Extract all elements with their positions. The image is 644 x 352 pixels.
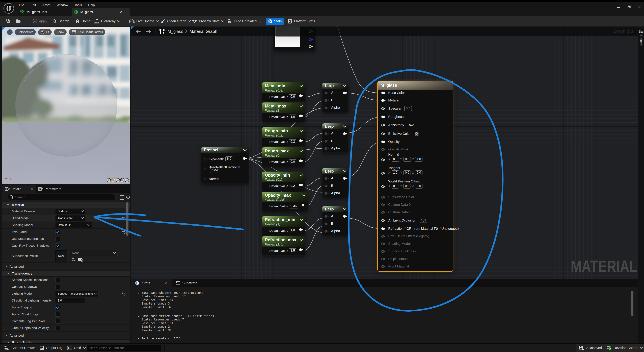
- material-domain-select[interactable]: Surface: [55, 208, 86, 214]
- input-pin[interactable]: [381, 219, 386, 222]
- show-button[interactable]: Show: [54, 29, 66, 35]
- toolbar-kebab[interactable]: ⋮: [258, 16, 262, 26]
- pin-value-box[interactable]: 1,0: [420, 218, 427, 223]
- input-pin-alpha[interactable]: [324, 106, 329, 109]
- param-node-refraction_min[interactable]: Refraction_minParam (1)Default Value1,0: [262, 216, 305, 236]
- output-pin[interactable]: [299, 228, 304, 231]
- browse-button[interactable]: [16, 16, 22, 26]
- vector-value-box[interactable]: 1,0: [415, 157, 422, 162]
- live-update-button[interactable]: Live Update: [129, 16, 159, 26]
- default-value-box[interactable]: 1,0: [289, 228, 296, 233]
- menu-file[interactable]: File: [16, 2, 27, 8]
- output-log-button[interactable]: Output Log: [40, 344, 62, 352]
- details-category-group-sorting[interactable]: Group Sorting: [2, 340, 130, 343]
- apply-button[interactable]: Apply: [32, 16, 47, 26]
- pin-value-box[interactable]: 0,0: [408, 122, 415, 127]
- input-pin[interactable]: [381, 172, 386, 175]
- input-pin-normal[interactable]: [204, 178, 208, 180]
- default-value-box[interactable]: 0,35: [289, 204, 298, 208]
- input-pin-alpha[interactable]: [324, 230, 329, 233]
- preview-scene-button[interactable]: Epic Headquarters: [69, 29, 105, 35]
- preview-viewport[interactable]: PerspectiveLitShowEpic Headquarters z x: [2, 27, 130, 184]
- settings-gear-icon[interactable]: [126, 195, 130, 200]
- node-collapse-icon[interactable]: [343, 208, 346, 210]
- vector-value-box[interactable]: 0,0: [392, 184, 399, 188]
- apply-cloud-fogging-checkbox[interactable]: [55, 312, 60, 316]
- viewport-menu-button[interactable]: [7, 29, 12, 35]
- material-graph-panel[interactable]: MATERIAL Metal_minParam (0.8)Default Val…: [131, 26, 638, 343]
- output-pin[interactable]: [299, 248, 304, 251]
- output-pin[interactable]: [299, 159, 304, 162]
- details-advanced-row[interactable]: Advanced: [2, 332, 130, 340]
- use-material-attributes-checkbox[interactable]: [55, 236, 60, 241]
- contact-shadows-checkbox[interactable]: [55, 284, 60, 289]
- input-pin[interactable]: [381, 132, 386, 135]
- output-pin[interactable]: [302, 204, 306, 206]
- details-tab-parameters[interactable]: Parameters: [36, 185, 64, 193]
- stats-tab-substrate[interactable]: Substrate: [172, 279, 203, 287]
- param-node-opacity_max[interactable]: Opacity_maxParam (0.35)Default Value0,35: [262, 192, 308, 211]
- stats-tab-close-icon[interactable]: ✕: [164, 281, 167, 285]
- node-collapse-icon[interactable]: [300, 150, 303, 152]
- default-value-box[interactable]: 0,2: [289, 184, 296, 188]
- output-pin[interactable]: [343, 92, 348, 94]
- content-drawer-button[interactable]: Content Drawer: [4, 344, 35, 352]
- output-pin[interactable]: [343, 215, 348, 218]
- input-pin[interactable]: [381, 107, 386, 110]
- menu-asset[interactable]: Asset: [39, 2, 54, 8]
- input-pin-a[interactable]: [324, 177, 329, 180]
- screen-space-reflections-checkbox[interactable]: [55, 278, 60, 282]
- node-collapse-icon[interactable]: [302, 194, 306, 197]
- shape-button-plane[interactable]: [116, 178, 120, 182]
- output-pin-blue[interactable]: [309, 38, 313, 41]
- revision-control-button[interactable]: Revision Control: [603, 344, 644, 352]
- input-pin[interactable]: [381, 140, 386, 144]
- search-button[interactable]: Search: [52, 16, 69, 26]
- blend-mode-select[interactable]: Translucent: [55, 216, 86, 221]
- clean-graph-button[interactable]: Clean Graph: [160, 16, 191, 26]
- fresnel-node[interactable]: FresnelExponentIn5,0BaseReflectFractionI…: [201, 147, 249, 184]
- output-depth-and-velocity-checkbox[interactable]: [55, 326, 60, 330]
- vector-value-box[interactable]: 0,0: [415, 184, 422, 188]
- search-input[interactable]: Search: [7, 194, 116, 200]
- shading-model-select[interactable]: Default Lit: [55, 222, 92, 228]
- tab-close-icon[interactable]: ✕: [120, 10, 122, 14]
- input-pin-a[interactable]: [324, 92, 329, 94]
- emissive-color-swatch[interactable]: [414, 132, 418, 136]
- lerp-node-1[interactable]: LerpABAlpha: [322, 83, 348, 112]
- menu-edit[interactable]: Edit: [27, 2, 39, 8]
- param-node-refraction_max[interactable]: Refraction_maxParam (1.5)Default Value1,…: [262, 236, 305, 256]
- home-button[interactable]: Home: [75, 16, 90, 26]
- menu-window[interactable]: Window: [54, 2, 71, 8]
- pin-value-box[interactable]: 0,5: [404, 106, 412, 111]
- lerp-node-2[interactable]: LerpABAlpha: [322, 124, 348, 152]
- input-pin[interactable]: [381, 158, 386, 161]
- node-collapse-icon[interactable]: [343, 84, 346, 87]
- vector-value-box[interactable]: 0,0: [404, 170, 411, 175]
- output-pin[interactable]: [343, 132, 348, 135]
- two-sided-checkbox[interactable]: [55, 230, 60, 234]
- input-pin-a[interactable]: [324, 215, 329, 218]
- menu-tools[interactable]: Tools: [71, 2, 85, 8]
- material-output-node[interactable]: M_glassBase ColorMetallicSpecular0,5Roug…: [378, 81, 453, 271]
- details-tab-close-icon[interactable]: ✕: [30, 187, 33, 191]
- vector-value-box[interactable]: 0,0: [404, 184, 411, 188]
- lerp-node-3[interactable]: LerpABAlpha: [322, 168, 348, 198]
- details-advanced-row[interactable]: Advanced: [2, 262, 130, 271]
- input-pin-b[interactable]: [324, 140, 329, 143]
- output-pin[interactable]: [343, 177, 348, 180]
- default-value-box[interactable]: 1,0: [289, 114, 296, 119]
- menu-help[interactable]: Help: [85, 2, 98, 8]
- output-pin[interactable]: [299, 139, 304, 142]
- input-pin[interactable]: [381, 185, 386, 188]
- stats-scrollbar[interactable]: [631, 291, 634, 316]
- shape-button-cube[interactable]: [120, 178, 124, 182]
- grid-view-icon[interactable]: [120, 195, 124, 200]
- console-command-input[interactable]: Enter Console Command: [86, 345, 161, 351]
- param-node-metal_max[interactable]: Metal_maxParam (1)Default Value1,0: [262, 102, 305, 122]
- lit-button[interactable]: Lit: [38, 29, 52, 35]
- cmd-dropdown[interactable]: Cmd: [67, 344, 86, 352]
- details-scrollbar[interactable]: [126, 202, 128, 236]
- stats-button[interactable]: Stats: [266, 18, 284, 25]
- reset-to-default-icon[interactable]: [122, 292, 126, 296]
